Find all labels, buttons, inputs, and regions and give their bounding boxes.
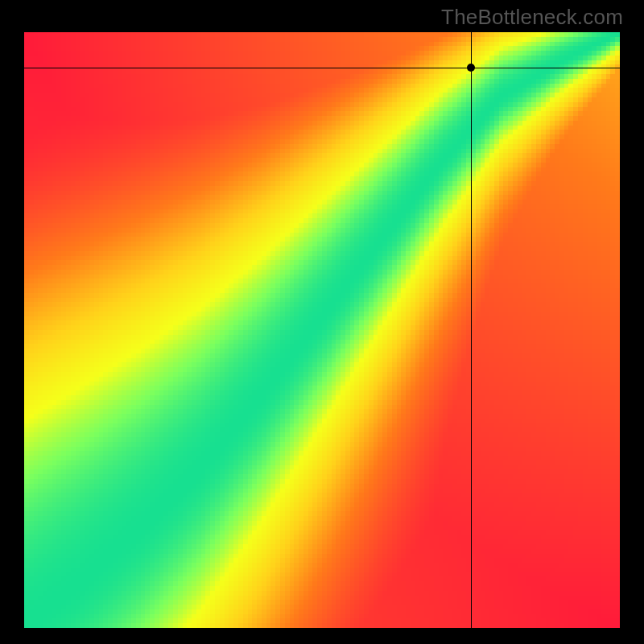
heatmap-plot [23, 31, 621, 630]
crosshair-vertical-line [471, 32, 472, 628]
heatmap-canvas [24, 32, 620, 628]
page-root: TheBottleneck.com [0, 0, 644, 644]
watermark-text: TheBottleneck.com [441, 5, 623, 30]
crosshair-horizontal-line [24, 68, 620, 68]
crosshair-point[interactable] [467, 64, 475, 72]
